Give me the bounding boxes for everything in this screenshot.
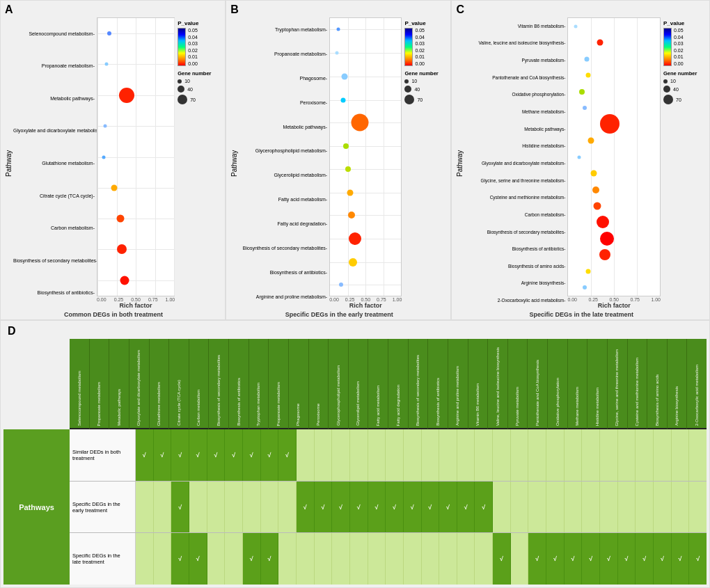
cell-empty: [475, 429, 493, 481]
row-cells-2: √ √ √ √ √ √ √ √ √: [136, 482, 707, 533]
cell-empty: [332, 429, 350, 481]
dot: [347, 190, 353, 196]
colorbar-b-labels: 0.050.040.030.020.010.00: [415, 28, 425, 66]
header-cell: Glycerolipid metabolism: [349, 339, 369, 429]
table-row-2: Specific DEGs in theearly treatment √ √ …: [70, 482, 707, 534]
dot: [597, 40, 604, 46]
header-cell: Methane metabolism: [568, 339, 588, 429]
cell-marked: √: [136, 429, 154, 481]
row-label-3: Specific DEGs in thelate treatment: [70, 533, 136, 585]
cell-empty: [672, 429, 690, 481]
table-area: Selenocompound metabolism Propanoate met…: [70, 339, 707, 585]
header-cell: Glyoxylate and dicarboxylate metabolism: [129, 339, 150, 429]
cell-marked: √: [582, 533, 600, 585]
panel-a: A Pathway Selenocompound metabolism- Pro…: [0, 0, 226, 320]
dot: [349, 232, 361, 245]
cell-empty: [207, 482, 226, 533]
cell-empty: [332, 533, 350, 585]
dot: [105, 63, 109, 66]
gene-legend-70: 70: [178, 95, 221, 104]
cell-empty: [546, 482, 565, 533]
header-cell: Fatty acid degradation: [388, 339, 409, 429]
cell-empty: [654, 429, 672, 481]
dot: [600, 232, 614, 246]
cell-marked: √: [439, 482, 457, 533]
panel-b: B Pathway Tryptophan metabolism- Propano…: [226, 0, 451, 320]
cell-marked: √: [261, 429, 279, 481]
dot: [117, 215, 125, 223]
legend-b-pvalue-title: P_value: [404, 20, 446, 26]
row-label-2: Specific DEGs in theearly treatment: [70, 482, 136, 533]
dot: [111, 184, 118, 191]
dot: [592, 186, 599, 193]
cell-empty: [368, 429, 386, 481]
cell-empty: [582, 482, 600, 533]
panel-a-y-labels: Selenocompound metabolism- Propanoate me…: [13, 17, 97, 309]
header-cell: Tryptophan metabolism: [249, 339, 269, 429]
cell-empty: [672, 482, 690, 533]
dot: [591, 170, 597, 177]
cell-marked: √: [315, 482, 333, 533]
colorbar-c: [663, 28, 672, 66]
y-label: Biosynthesis of secondary metabolites-: [13, 258, 95, 263]
header-cell: Oxidative phosphorylation: [548, 339, 568, 429]
header-cell: Metabolic pathways: [109, 339, 129, 429]
cell-empty: [511, 533, 529, 585]
cell-empty: [368, 533, 386, 585]
header-cell: Vitamin B6 metabolism: [468, 339, 489, 429]
cell-marked: √: [457, 482, 475, 533]
header-cell: Selenocompound metabolism: [70, 339, 90, 429]
header-cell: Glutathione metabolism: [150, 339, 170, 429]
gene-size-legend: 10 40 70: [178, 79, 221, 104]
header-cell: Fatty acid metabolism: [368, 339, 388, 429]
colorbar-labels: 0.050.040.030.020.010.00: [188, 28, 198, 66]
panel-b-scatter: [329, 17, 402, 296]
cell-marked: √: [154, 429, 172, 481]
panel-c: C Pathway Vitamin B6 metabolism- Valine,…: [451, 0, 710, 320]
dot: [339, 283, 343, 287]
cell-empty: [422, 533, 440, 585]
panel-a-legend: P_value 0.050.040.030.020.010.00 Gene nu…: [175, 17, 223, 296]
header-cell: Carbon metabolism: [189, 339, 210, 429]
cell-empty: [243, 482, 261, 533]
y-label: Selenocompound metabolism-: [13, 31, 95, 36]
cell-empty: [297, 533, 315, 585]
panel-c-legend: P_value 0.050.040.030.020.010.00 Gene nu…: [661, 17, 708, 296]
y-label: Metabolic pathways-: [13, 96, 95, 101]
cell-marked: √: [600, 533, 618, 585]
cell-empty: [422, 429, 440, 481]
y-label: Glyoxylate and dicarboxylate metabolism-: [13, 128, 95, 133]
header-cell: Arginine and proline metabolism: [448, 339, 468, 429]
dot: [341, 73, 347, 79]
dot: [600, 114, 620, 134]
cell-empty: [565, 429, 583, 481]
cell-empty: [404, 533, 422, 585]
cell-marked: √: [189, 533, 207, 585]
cell-empty: [457, 533, 475, 585]
cell-marked: √: [546, 533, 565, 585]
cell-empty: [618, 482, 636, 533]
cell-marked: √: [404, 482, 422, 533]
cell-marked: √: [332, 482, 350, 533]
panel-b-y-title: Pathway: [229, 17, 239, 309]
header-cell: Peroxisome: [309, 339, 329, 429]
dot: [597, 216, 609, 228]
legend-gene-title: Gene number: [178, 70, 221, 77]
header-cell: Glycerophospholipid metabolism: [329, 339, 349, 429]
panel-b-title: Specific DEGs in the early treatment: [229, 311, 449, 318]
cell-empty: [278, 482, 297, 533]
cell-marked: √: [654, 533, 672, 585]
dot: [349, 258, 357, 267]
dot: [343, 143, 349, 149]
header-cell: Biosynthesis of antibiotics: [428, 339, 448, 429]
cell-empty: [225, 533, 243, 585]
colorbar: [178, 28, 186, 66]
dot: [107, 31, 111, 35]
cell-marked: √: [261, 533, 279, 585]
panel-a-chart-column: P_value 0.050.040.030.020.010.00 Gene nu…: [97, 17, 223, 309]
header-cell: Valine, leucine and isoleucine biosynthe…: [488, 339, 508, 429]
dot: [579, 89, 585, 95]
panel-a-scatter: [97, 17, 175, 296]
dot: [578, 155, 581, 159]
dot: [586, 269, 591, 273]
